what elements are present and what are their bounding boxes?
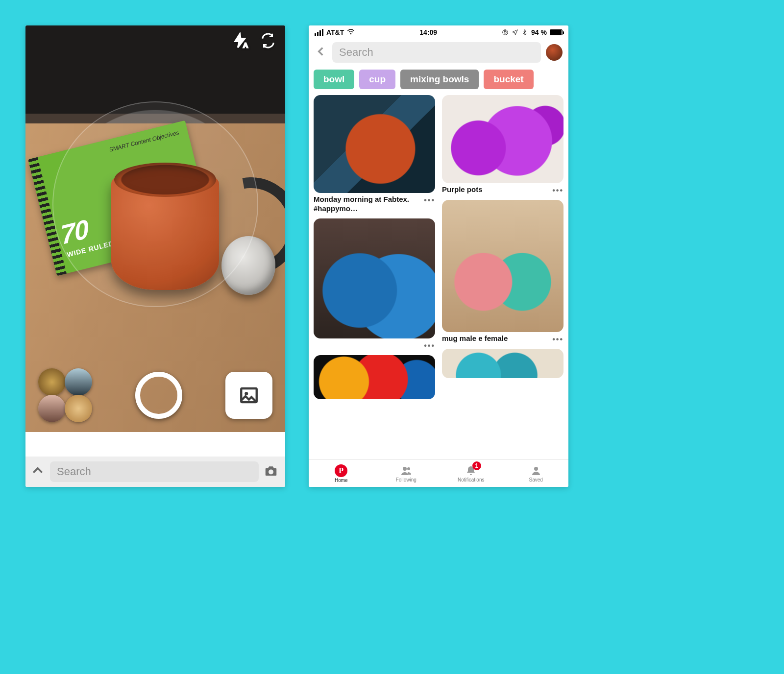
chip-cup[interactable]: cup bbox=[359, 70, 395, 89]
clock-label: 14:09 bbox=[419, 28, 437, 36]
svg-text:A: A bbox=[244, 42, 248, 49]
chip-mixing-bowls[interactable]: mixing bowls bbox=[400, 70, 479, 89]
notification-badge: 1 bbox=[472, 461, 481, 470]
person-icon bbox=[530, 465, 542, 477]
profile-avatar[interactable] bbox=[546, 44, 563, 61]
rotation-lock-icon bbox=[502, 29, 509, 36]
scene-earcup bbox=[221, 236, 275, 295]
svg-point-3 bbox=[245, 392, 248, 395]
svg-rect-7 bbox=[504, 31, 506, 33]
recent-pins-cluster[interactable] bbox=[38, 368, 92, 422]
people-icon bbox=[400, 465, 412, 477]
pin-card[interactable]: Purple pots ••• bbox=[442, 95, 564, 195]
location-arrow-icon bbox=[512, 29, 518, 36]
shutter-button[interactable] bbox=[135, 372, 182, 419]
pin-title: Monday morning at Fabtex. #happymo… bbox=[314, 195, 421, 214]
svg-point-10 bbox=[534, 467, 538, 471]
search-placeholder: Search bbox=[339, 46, 373, 59]
camera-viewfinder: SMART Content Objectives 70 WIDE RULED A bbox=[25, 25, 285, 432]
scene-cup bbox=[111, 163, 219, 290]
svg-point-4 bbox=[269, 470, 273, 475]
bottom-tab-bar: P Home Following 1 Notifications Saved bbox=[309, 459, 568, 487]
chip-bowl[interactable]: bowl bbox=[314, 70, 354, 89]
pin-image[interactable] bbox=[442, 349, 564, 378]
suggestion-chips: bowl cup mixing bowls bucket bbox=[309, 66, 568, 93]
more-icon[interactable]: ••• bbox=[552, 334, 564, 344]
search-input[interactable]: Search bbox=[50, 461, 259, 482]
notebook-number: 70 bbox=[59, 213, 89, 250]
search-input[interactable]: Search bbox=[332, 42, 541, 63]
camera-icon[interactable] bbox=[264, 463, 278, 480]
carrier-label: AT&T bbox=[326, 28, 344, 36]
search-placeholder: Search bbox=[57, 465, 91, 478]
pin-image[interactable] bbox=[442, 200, 564, 332]
tab-home[interactable]: P Home bbox=[309, 460, 374, 487]
pinterest-logo-icon: P bbox=[335, 464, 347, 477]
bottom-search-bar: Search bbox=[25, 457, 285, 487]
wifi-icon bbox=[347, 28, 355, 37]
bluetooth-icon bbox=[521, 29, 528, 36]
tab-label: Home bbox=[335, 478, 348, 483]
svg-point-5 bbox=[350, 33, 352, 34]
tab-label: Notifications bbox=[458, 477, 484, 482]
more-icon[interactable]: ••• bbox=[424, 195, 435, 205]
pin-title: Purple pots bbox=[442, 185, 483, 194]
pin-card[interactable] bbox=[442, 349, 564, 378]
pin-card[interactable]: ••• bbox=[314, 218, 435, 350]
more-icon[interactable]: ••• bbox=[552, 185, 564, 195]
results-grid[interactable]: Monday morning at Fabtex. #happymo… ••• … bbox=[309, 93, 568, 399]
pin-card[interactable]: Monday morning at Fabtex. #happymo… ••• bbox=[314, 95, 435, 214]
chip-bucket[interactable]: bucket bbox=[484, 70, 533, 89]
camera-flip-icon[interactable] bbox=[260, 32, 276, 51]
pin-image[interactable] bbox=[314, 218, 435, 338]
tab-notifications[interactable]: 1 Notifications bbox=[439, 460, 504, 487]
pin-title: mug male e female bbox=[442, 334, 508, 343]
flash-auto-icon[interactable]: A bbox=[232, 32, 249, 51]
tab-label: Saved bbox=[529, 477, 543, 482]
status-bar: AT&T 14:09 94 % bbox=[309, 25, 568, 39]
results-screen: AT&T 14:09 94 % Search bbox=[309, 25, 568, 487]
pin-image[interactable] bbox=[314, 355, 435, 399]
expand-up-icon[interactable] bbox=[30, 463, 45, 480]
pin-image[interactable] bbox=[314, 95, 435, 193]
tab-following[interactable]: Following bbox=[374, 460, 439, 487]
battery-icon bbox=[550, 29, 563, 35]
back-button[interactable] bbox=[315, 45, 327, 60]
signal-bars-icon bbox=[315, 29, 323, 36]
pin-card[interactable] bbox=[314, 355, 435, 399]
battery-percent: 94 % bbox=[531, 28, 547, 36]
svg-point-9 bbox=[407, 467, 410, 470]
camera-screen: SMART Content Objectives 70 WIDE RULED A bbox=[25, 25, 285, 487]
pin-card[interactable]: mug male e female ••• bbox=[442, 200, 564, 344]
more-icon[interactable]: ••• bbox=[424, 340, 435, 350]
tab-label: Following bbox=[396, 477, 416, 482]
tab-saved[interactable]: Saved bbox=[504, 460, 569, 487]
pin-image[interactable] bbox=[442, 95, 564, 183]
gallery-button[interactable] bbox=[225, 372, 272, 419]
svg-point-8 bbox=[403, 467, 407, 471]
